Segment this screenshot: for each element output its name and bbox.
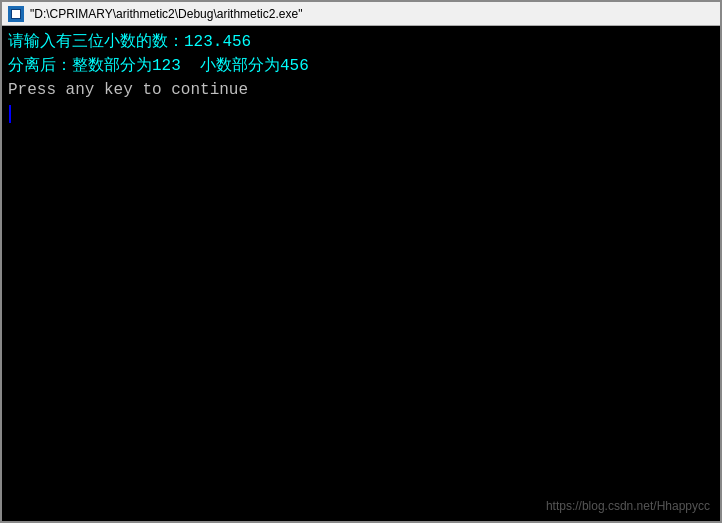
continue-text: Press any key to continue bbox=[8, 78, 248, 102]
window-icon-inner bbox=[11, 9, 21, 19]
watermark: https://blog.csdn.net/Hhappycc bbox=[546, 499, 710, 513]
console-line-1: 请输入有三位小数的数：123.456 bbox=[8, 30, 714, 54]
window-icon bbox=[8, 6, 24, 22]
cursor-row bbox=[8, 104, 714, 123]
console-line-2: 分离后：整数部分为123 小数部分为456 bbox=[8, 54, 714, 78]
console-line-3: Press any key to continue bbox=[8, 78, 714, 102]
title-bar: "D:\CPRIMARY\arithmetic2\Debug\arithmeti… bbox=[2, 2, 720, 26]
window: "D:\CPRIMARY\arithmetic2\Debug\arithmeti… bbox=[0, 0, 722, 523]
title-bar-text: "D:\CPRIMARY\arithmetic2\Debug\arithmeti… bbox=[30, 7, 302, 21]
console-area: 请输入有三位小数的数：123.456 分离后：整数部分为123 小数部分为456… bbox=[2, 26, 720, 521]
cursor-blink bbox=[9, 105, 11, 123]
